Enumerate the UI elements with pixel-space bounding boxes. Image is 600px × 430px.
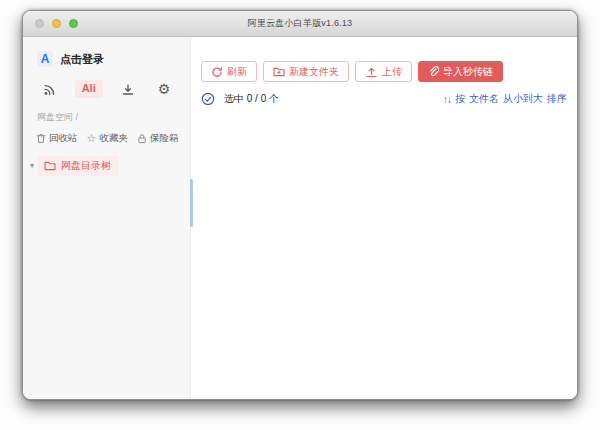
sidebar-tabs: Ali ⚙: [23, 67, 190, 98]
upload-button[interactable]: 上传: [355, 61, 412, 82]
sort-suffix-label: 排序: [547, 92, 567, 106]
favorites-label: 收藏夹: [99, 132, 128, 145]
sidebar-item-recycle-bin[interactable]: 回收站: [36, 132, 78, 145]
tab-ali[interactable]: Ali: [75, 80, 103, 97]
sidebar-quick-row: 回收站 ☆ 收藏夹: [23, 124, 190, 145]
recycle-bin-label: 回收站: [49, 132, 78, 145]
folder-icon: [44, 161, 56, 171]
titlebar: 阿里云盘小白羊版v1.6.13: [23, 11, 577, 37]
sort-field-label[interactable]: 文件名: [469, 92, 499, 106]
traffic-lights: [35, 11, 78, 36]
sidebar-item-favorites[interactable]: ☆ 收藏夹: [87, 132, 128, 145]
upload-icon: [365, 66, 378, 78]
upload-label: 上传: [382, 65, 402, 79]
selection-status: 选中 0 / 0 个: [201, 92, 279, 106]
selected-count: 选中 0 / 0 个: [224, 92, 279, 106]
import-rapid-link-label: 导入秒传链: [443, 65, 493, 79]
sort-order-label[interactable]: 从小到大: [503, 92, 543, 106]
paperclip-icon: [428, 66, 439, 77]
new-folder-button[interactable]: 新建文件夹: [263, 61, 349, 82]
sidebar-section-label: 网盘空间 /: [23, 98, 190, 124]
app-window: 阿里云盘小白羊版v1.6.13 A 点击登录 Ali: [22, 10, 578, 400]
safe-box-label: 保险箱: [150, 132, 179, 145]
desktop-background: 阿里云盘小白羊版v1.6.13 A 点击登录 Ali: [0, 0, 600, 430]
trash-icon: [36, 133, 46, 144]
lock-icon: [137, 133, 147, 144]
folder-plus-icon: [273, 67, 285, 77]
sort-control[interactable]: ↑↓ 按 文件名 从小到大 排序: [443, 92, 567, 106]
check-circle-icon[interactable]: [201, 92, 215, 106]
minimize-button[interactable]: [52, 19, 61, 28]
scrollbar-thumb[interactable]: [190, 179, 193, 227]
toolbar: 刷新 新建文件夹: [191, 37, 577, 82]
login-label: 点击登录: [60, 52, 104, 67]
import-rapid-link-button[interactable]: 导入秒传链: [418, 61, 503, 82]
sidebar-item-safe-box[interactable]: 保险箱: [137, 132, 179, 145]
tree-item-label: 网盘目录树: [61, 159, 111, 173]
app-logo: A: [37, 51, 53, 67]
new-folder-label: 新建文件夹: [289, 65, 339, 79]
refresh-label: 刷新: [227, 65, 247, 79]
refresh-icon: [211, 66, 223, 78]
status-row: 选中 0 / 0 个 ↑↓ 按 文件名 从小到大 排序: [191, 82, 577, 106]
sort-prefix-label: 按: [455, 92, 465, 106]
zoom-button[interactable]: [69, 19, 78, 28]
refresh-button[interactable]: 刷新: [201, 61, 257, 82]
login-button[interactable]: A 点击登录: [23, 47, 190, 67]
sidebar-tree: ▾ 网盘目录树: [23, 145, 190, 176]
sidebar: A 点击登录 Ali: [23, 37, 191, 400]
star-icon: ☆: [87, 133, 97, 144]
main-panel: 刷新 新建文件夹: [191, 37, 577, 400]
download-icon[interactable]: [118, 80, 138, 98]
sort-arrows-icon: ↑↓: [443, 94, 451, 105]
tree-item-root-folder[interactable]: 网盘目录树: [38, 156, 119, 176]
rss-feed-icon[interactable]: [39, 80, 59, 98]
caret-down-icon[interactable]: ▾: [30, 162, 34, 170]
window-title: 阿里云盘小白羊版v1.6.13: [248, 17, 353, 30]
settings-gear-icon[interactable]: ⚙: [154, 80, 174, 98]
close-button[interactable]: [35, 19, 44, 28]
window-body: A 点击登录 Ali: [23, 37, 577, 400]
